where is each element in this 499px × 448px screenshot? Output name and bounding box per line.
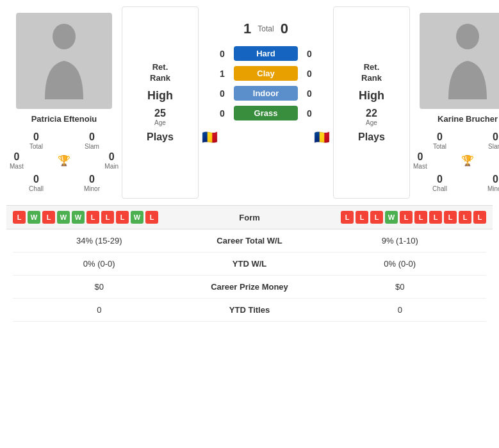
p1-middle-panel: Ret.Rank High 25 Age Plays	[122, 6, 199, 199]
form-section: LWLWWLLLWL Form LLLWLLLLLL	[6, 205, 493, 229]
p1-slam-stat: 0 Slam	[65, 131, 119, 150]
svg-point-1	[456, 24, 479, 49]
p1-total-stat: 0 Total	[10, 131, 63, 150]
p2-middle-panel: Ret.Rank High 22 Age Plays	[333, 6, 410, 199]
stats-row-2: $0Career Prize Money$0	[13, 276, 486, 299]
p1-age: 25 Age	[154, 108, 166, 126]
p1-flag: 🇷🇴	[202, 129, 218, 145]
surface-row-grass: 0 Grass 0	[202, 106, 330, 120]
stats-row-p2-0: 9% (1-10)	[314, 236, 487, 245]
p1-minor-stat: 0 Minor	[65, 174, 119, 192]
stats-row-1: 0% (0-0)YTD W/L0% (0-0)	[13, 253, 486, 276]
p1-plays: Plays	[147, 131, 174, 143]
form-badge-p1: L	[86, 211, 99, 224]
p2-mast-stat: 0 Mast	[413, 151, 427, 170]
player2-bottom-stats: 0 Chall 0 Minor	[413, 174, 499, 192]
comparison-section: Patricia Eftenoiu 0 Total 0 Slam 0 Mast …	[6, 6, 493, 199]
form-badge-p2: L	[356, 211, 368, 224]
p1-mast-stat: 0 Mast	[10, 151, 24, 170]
flags-row: 🇷🇴 🇷🇴	[202, 127, 330, 145]
stats-row-p1-0: 34% (15-29)	[13, 236, 186, 245]
surface-grass-btn[interactable]: Grass	[234, 106, 298, 120]
form-badge-p2: W	[385, 211, 398, 224]
p2-trophy-icon: 🏆	[461, 154, 474, 167]
form-badge-p2: L	[444, 211, 457, 224]
form-badge-p1: L	[42, 211, 55, 224]
p2-age: 22 Age	[366, 108, 377, 126]
form-badge-p2: L	[414, 211, 427, 224]
stats-row-0: 34% (15-29)Career Total W/L9% (1-10)	[13, 229, 486, 253]
center-scores: 1 Total 0 0 Hard 0 1 Clay 0 0 Indoor 0 0	[199, 6, 333, 199]
form-badge-p2: L	[341, 211, 354, 224]
form-badge-p2: L	[429, 211, 442, 224]
player2-stats: 0 Total 0 Slam	[413, 131, 499, 150]
p2-flag: 🇷🇴	[314, 129, 330, 145]
p1-high: High	[147, 89, 173, 103]
p2-minor-stat: 0 Minor	[469, 174, 499, 192]
player1-bottom-stats: 0 Chall 0 Minor	[10, 174, 119, 192]
surface-row-hard: 0 Hard 0	[202, 46, 330, 61]
player1-stats: 0 Total 0 Slam	[10, 131, 119, 150]
player1-name: Patricia Eftenoiu	[31, 114, 97, 124]
stats-row-label-3: YTD Titles	[186, 305, 314, 315]
p1-form-badges: LWLWWLLLWL	[13, 211, 211, 224]
stats-rows: 34% (15-29)Career Total W/L9% (1-10)0% (…	[6, 229, 493, 322]
stats-row-p1-3: 0	[13, 305, 186, 315]
surface-hard-btn[interactable]: Hard	[234, 46, 298, 61]
stats-row-p2-3: 0	[314, 305, 487, 315]
form-badge-p1: W	[72, 211, 85, 224]
player2-name: Karine Brucher	[438, 114, 498, 124]
surface-row-indoor: 0 Indoor 0	[202, 86, 330, 101]
form-badge-p1: W	[131, 211, 143, 224]
svg-point-0	[53, 24, 76, 49]
stats-row-label-2: Career Prize Money	[186, 282, 314, 292]
form-badge-p2: L	[400, 211, 413, 224]
p2-high: High	[359, 89, 384, 103]
p2-slam-stat: 0 Slam	[469, 131, 499, 150]
stats-row-p1-2: $0	[13, 282, 186, 292]
p1-trophy-icon: 🏆	[58, 154, 70, 167]
p2-total-stat: 0 Total	[413, 131, 466, 150]
form-badge-p1: W	[28, 211, 40, 224]
stats-row-p2-2: $0	[314, 282, 487, 292]
form-badge-p1: L	[116, 211, 129, 224]
form-badge-p2: L	[473, 211, 486, 224]
stats-row-p2-1: 0% (0-0)	[314, 259, 487, 269]
stats-row-label-1: YTD W/L	[186, 259, 314, 269]
p1-chall-stat: 0 Chall	[10, 174, 63, 192]
form-badge-p1: L	[145, 211, 158, 224]
form-badge-p2: L	[459, 211, 471, 224]
p2-rank: Ret.Rank	[361, 62, 382, 84]
player2-card: Karine Brucher 0 Total 0 Slam 0 Mast 🏆	[410, 6, 499, 199]
main-container: Patricia Eftenoiu 0 Total 0 Slam 0 Mast …	[0, 0, 499, 328]
stats-row-3: 0YTD Titles0	[13, 299, 486, 322]
form-badge-p1: W	[57, 211, 70, 224]
p1-main-stat: 0 Main	[104, 151, 119, 170]
p2-trophy-row: 0 Mast 🏆 0 Main	[413, 151, 499, 170]
player1-avatar	[16, 13, 112, 109]
surface-clay-btn[interactable]: Clay	[234, 66, 298, 81]
stats-row-label-0: Career Total W/L	[186, 236, 314, 245]
surface-indoor-btn[interactable]: Indoor	[234, 86, 298, 101]
p2-chall-stat: 0 Chall	[413, 174, 466, 192]
form-badge-p1: L	[13, 211, 26, 224]
form-badge-p1: L	[101, 211, 114, 224]
p2-plays: Plays	[358, 131, 385, 143]
p2-form-badges: LLLWLLLLLL	[288, 211, 487, 224]
total-row: 1 Total 0	[243, 21, 288, 37]
surface-row-clay: 1 Clay 0	[202, 66, 330, 81]
player2-avatar	[420, 13, 499, 109]
player1-card: Patricia Eftenoiu 0 Total 0 Slam 0 Mast …	[6, 6, 122, 199]
form-badge-p2: L	[370, 211, 383, 224]
stats-row-p1-1: 0% (0-0)	[13, 259, 186, 269]
form-label: Form	[211, 213, 288, 222]
p1-rank: Ret.Rank	[150, 62, 170, 84]
p1-trophy-row: 0 Mast 🏆 0 Main	[10, 151, 119, 170]
